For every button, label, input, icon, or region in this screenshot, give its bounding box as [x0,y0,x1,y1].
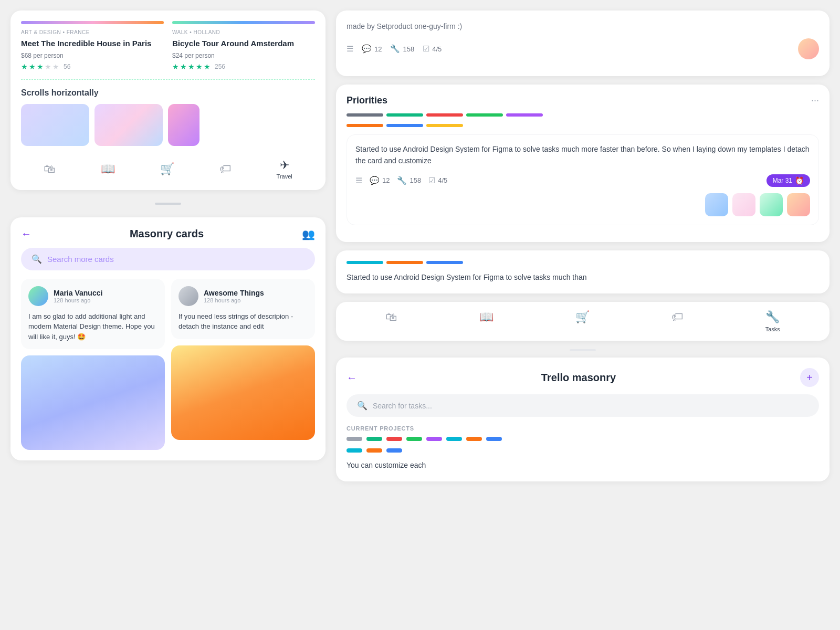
proj-dot-purple [426,437,442,441]
travel-section-card: ART & DESIGN • FRANCE Meet The Incredibl… [10,10,326,190]
trello-title: Trello masonry [541,372,616,384]
masonry-col-right: Awesome Things 128 hours ago If you need… [171,279,315,450]
masonry-grid: Maria Vanucci 128 hours ago I am so glad… [21,279,315,450]
maria-user-info: Maria Vanucci 128 hours ago [54,289,102,303]
nav-cart[interactable]: 🛒 [160,162,174,176]
top-info-card: made by Setproduct one-guy-firm :) ☰ 💬 1… [336,10,830,76]
right-image-card[interactable] [171,345,315,440]
top-avatar [798,38,819,59]
trello-add-button[interactable]: + [800,368,819,387]
orange-gradient-image [171,345,315,440]
team-avatar-1 [705,193,728,216]
chat-icon: 💬 [362,44,372,54]
maria-card[interactable]: Maria Vanucci 128 hours ago I am so glad… [21,279,165,350]
scroll-indicator [155,203,181,205]
maria-card-header: Maria Vanucci 128 hours ago [28,286,158,306]
search-icon: 🔍 [32,254,42,264]
paris-travel-card[interactable]: ART & DESIGN • FRANCE Meet The Incredibl… [21,21,164,71]
amsterdam-price: $24 per person [172,52,315,59]
awesome-time: 128 hours ago [204,297,264,303]
left-image-card[interactable] [21,355,165,450]
book-icon: 📖 [101,162,115,176]
project-colors-row [346,437,819,441]
tasks-count: 4/5 [432,45,442,53]
priority-color-bars-1 [346,113,819,117]
amsterdam-travel-card[interactable]: WALK • HOLLAND Bicycle Tour Around Amste… [172,21,315,71]
trello-back-button[interactable]: ← [346,372,357,384]
awesome-card-header: Awesome Things 128 hours ago [178,286,308,306]
masonry-back-button[interactable]: ← [21,228,32,240]
proj-dot-blue-2 [386,448,402,453]
travel-bottom-nav: 🛍 📖 🛒 🏷 ✈ Travel [21,154,315,180]
trello-search-placeholder: Search for tasks... [373,402,432,410]
rnav-tag[interactable]: 🏷 [671,310,683,332]
nav-book[interactable]: 📖 [101,162,115,176]
priority-meta-row: ☰ 💬 12 🔧 158 ☑ 4/5 Mar 31 ⏰ [355,174,810,187]
tools-count: 158 [403,45,414,53]
rnav-tasks[interactable]: 🔧 Tasks [765,310,780,332]
shopping-icon: 🛍 [44,162,55,176]
horiz-card-3[interactable] [168,104,200,146]
tools-icon: 🔧 [390,44,400,54]
bar-orange [346,124,383,127]
trello-search-icon: 🔍 [357,401,368,411]
horiz-card-1[interactable] [21,104,89,146]
awesome-card[interactable]: Awesome Things 128 hours ago If you need… [171,279,315,339]
proj-dot-cyan-2 [346,448,362,453]
search-bar[interactable]: 🔍 Search more cards [21,248,315,270]
maria-name: Maria Vanucci [54,289,102,297]
menu-icon: ☰ [346,44,353,54]
more-options-button[interactable]: ··· [811,95,819,106]
trello-bottom-text: You can customize each [346,460,819,471]
rnav-shopping[interactable]: 🛍 [385,310,397,332]
partial-card-text: Started to use Android Design System for… [346,271,819,283]
paris-card-image [21,21,164,24]
team-avatar-2 [732,193,755,216]
p-meta-menu: ☰ [355,176,362,185]
trello-search-bar[interactable]: 🔍 Search for tasks... [346,394,819,417]
nav-tag[interactable]: 🏷 [219,162,231,176]
horiz-card-2[interactable] [94,104,163,146]
priority-color-bars-2 [346,124,819,127]
rnav-tasks-icon: 🔧 [765,310,780,324]
amsterdam-review-count: 256 [215,63,225,70]
team-avatar-3 [760,193,783,216]
rnav-cart[interactable]: 🛒 [575,310,590,332]
bar-red [426,113,463,117]
partial-color-bars [346,261,819,264]
clock-icon: ⏰ [795,176,804,185]
blue-gradient-image [21,355,165,450]
partial-bar-blue [426,261,463,264]
p-chat-icon: 💬 [370,176,380,185]
priority-card[interactable]: Started to use Android Design System for… [346,134,819,225]
travel-icon: ✈ [280,159,289,172]
p-menu-icon: ☰ [355,176,362,185]
nav-travel[interactable]: ✈ Travel [277,159,292,180]
date-text: Mar 31 [773,177,792,184]
rnav-book-icon: 📖 [479,310,494,324]
proj-dot-blue [486,437,502,441]
amsterdam-tag: WALK • HOLLAND [172,29,315,35]
paris-price: $68 per person [21,52,164,59]
scrolls-horizontally-label: Scrolls horizontally [21,88,315,98]
proj-dot-orange [466,437,482,441]
trello-section: ← Trello masonry + 🔍 Search for tasks...… [336,358,830,481]
star-5: ★ [52,62,59,71]
p-tasks-icon: ☑ [428,176,435,185]
awesome-name: Awesome Things [204,289,264,297]
proj-dot-green [366,437,382,441]
priorities-title: Priorities [346,95,387,106]
right-panel: made by Setproduct one-guy-firm :) ☰ 💬 1… [336,10,830,620]
horizontal-scroll-area[interactable] [21,104,315,146]
amsterdam-title: Bicycle Tour Around Amsterdam [172,38,315,49]
proj-dot-red [386,437,402,441]
travel-nav-label: Travel [277,173,292,180]
masonry-section-card: ← Masonry cards 👥 🔍 Search more cards Ma… [10,217,326,461]
proj-dot-cyan [446,437,462,441]
nav-shopping[interactable]: 🛍 [44,162,55,176]
rnav-book[interactable]: 📖 [479,310,494,332]
star-3: ★ [37,62,44,71]
bar-purple [506,113,543,117]
info-text: made by Setproduct one-guy-firm :) [346,21,819,32]
rnav-shopping-icon: 🛍 [385,310,397,324]
